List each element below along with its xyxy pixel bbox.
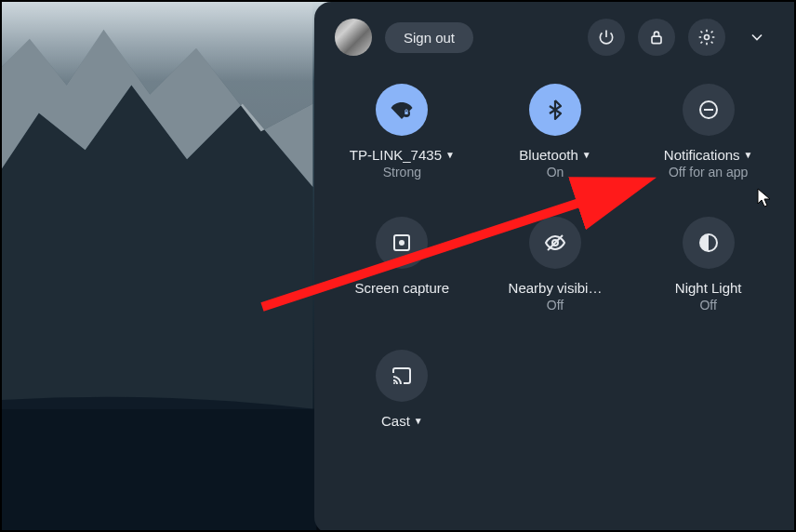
svg-point-12: [393, 382, 395, 384]
nearby-visibility-status: Off: [547, 298, 564, 313]
nearby-visibility-toggle[interactable]: [529, 217, 581, 269]
screen-capture-icon: [391, 232, 413, 254]
visibility-off-icon: [544, 232, 566, 254]
screen-capture-tile[interactable]: Screen capture: [335, 217, 470, 313]
quick-settings-grid: TP-LINK_7435▼ Strong Bluetooth▼ On Notif…: [335, 84, 776, 429]
wifi-toggle[interactable]: [376, 84, 428, 136]
bluetooth-tile[interactable]: Bluetooth▼ On: [488, 84, 623, 180]
power-button[interactable]: [588, 19, 625, 56]
cast-button[interactable]: [376, 350, 428, 402]
wifi-tile[interactable]: TP-LINK_7435▼ Strong: [335, 84, 470, 180]
quick-settings-panel: Sign out TP-LINK_7435▼ Strong Bluetooth: [314, 2, 796, 532]
bluetooth-label[interactable]: Bluetooth▼: [519, 147, 590, 163]
notifications-tile[interactable]: Notifications▼ Off for an app: [641, 84, 776, 180]
bluetooth-icon: [544, 99, 566, 121]
nearby-visibility-tile[interactable]: Nearby visibi… Off: [488, 217, 623, 313]
chevron-down-icon: ▼: [414, 416, 423, 426]
bluetooth-status: On: [547, 165, 564, 180]
svg-rect-1: [652, 36, 661, 43]
settings-button[interactable]: [688, 19, 725, 56]
chevron-down-icon: ▼: [445, 150, 455, 160]
night-light-toggle[interactable]: [683, 217, 735, 269]
collapse-button[interactable]: [738, 19, 776, 56]
night-light-status: Off: [699, 298, 716, 313]
wifi-label[interactable]: TP-LINK_7435▼: [350, 147, 455, 163]
do-not-disturb-icon: [697, 99, 720, 121]
svg-point-2: [705, 35, 710, 40]
wifi-status: Strong: [383, 165, 421, 180]
night-light-tile[interactable]: Night Light Off: [641, 217, 776, 313]
nearby-visibility-label: Nearby visibi…: [509, 280, 603, 296]
bluetooth-toggle[interactable]: [529, 84, 581, 136]
chevron-down-icon: [748, 28, 766, 47]
svg-point-8: [399, 240, 405, 246]
gear-icon: [697, 28, 716, 47]
cast-label[interactable]: Cast▼: [381, 413, 423, 429]
power-icon: [597, 28, 616, 47]
sign-out-button[interactable]: Sign out: [385, 22, 473, 53]
notifications-toggle[interactable]: [683, 84, 735, 136]
chevron-down-icon: ▼: [582, 150, 591, 160]
cast-icon: [391, 365, 413, 387]
user-avatar[interactable]: [335, 19, 372, 56]
lock-icon: [647, 28, 666, 47]
night-light-label: Night Light: [675, 280, 742, 296]
notifications-status: Off for an app: [669, 165, 748, 180]
lock-button[interactable]: [638, 19, 675, 56]
svg-rect-4: [405, 112, 408, 114]
chevron-down-icon: ▼: [744, 150, 753, 160]
cast-tile[interactable]: Cast▼: [335, 350, 470, 429]
screen-capture-label: Screen capture: [354, 280, 449, 296]
wifi-icon: [391, 99, 413, 121]
night-light-icon: [697, 232, 720, 254]
screen-capture-button[interactable]: [376, 217, 428, 269]
notifications-label[interactable]: Notifications▼: [664, 147, 753, 163]
panel-header: Sign out: [335, 19, 776, 56]
